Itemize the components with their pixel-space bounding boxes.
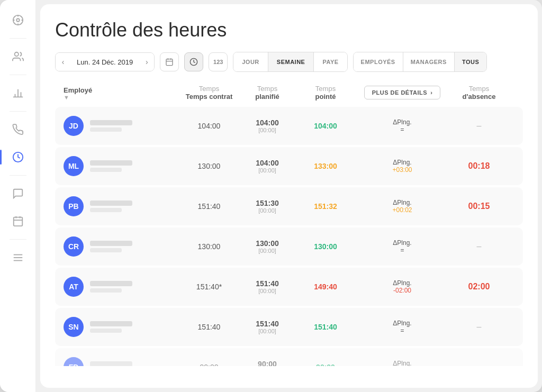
- pointe-cell: 151:40: [296, 323, 355, 331]
- prev-date-button[interactable]: ‹: [56, 52, 70, 71]
- sidebar-item-chart[interactable]: [6, 81, 30, 105]
- avatar: CR: [64, 236, 84, 257]
- absence-cell: 02:00: [450, 282, 508, 291]
- employee-name-blur: [90, 120, 132, 125]
- sidebar-divider-2: [10, 75, 26, 75]
- page-title: Contrôle des heures: [55, 19, 523, 41]
- next-date-button[interactable]: ›: [139, 52, 154, 71]
- tab-jour[interactable]: JOUR: [233, 52, 268, 71]
- employee-info: [90, 160, 132, 172]
- table-row: SN 151:40 151:40 [00:00] 151:40 ΔPlng.: [55, 308, 523, 346]
- employee-cell: ML: [64, 156, 180, 176]
- sidebar-divider-3: [10, 111, 26, 112]
- number-icon-label: 123: [213, 59, 223, 65]
- col-header-absence: Tempsd'absence: [450, 85, 508, 101]
- hours-table: Employé ▼ TempsTemps contrat Tempsplanif…: [55, 85, 523, 388]
- table-row: ML 130:00 104:00 [00:00] 133:00 ΔPlng.: [55, 147, 523, 185]
- avatar: PB: [64, 196, 84, 216]
- sidebar-item-dashboard[interactable]: [6, 8, 30, 32]
- contrat-cell: 151:40*: [180, 282, 238, 291]
- table-row: AT 151:40* 151:40 [00:00] 149:40 ΔPlng.: [55, 268, 523, 306]
- role-managers[interactable]: MANAGERS: [403, 52, 455, 71]
- svg-point-0: [13, 15, 22, 25]
- date-navigator: ‹ Lun. 24 Déc. 2019 ›: [55, 52, 155, 71]
- employee-info: [90, 241, 132, 252]
- table-row: JD 104:00 104:00 [00:00] 104:00 ΔPlng.: [55, 107, 523, 145]
- delta-cell: ΔPlng. +00:02: [355, 199, 450, 214]
- tab-paye[interactable]: PAYE: [314, 52, 347, 71]
- absence-cell: 00:18: [450, 161, 508, 171]
- delta-cell: ΔPlng. =: [355, 118, 450, 133]
- table-row: CR 130:00 130:00 [00:00] 130:00 ΔPlng.: [55, 227, 523, 266]
- planifie-cell: 90:00 [00:00]: [238, 360, 296, 366]
- calendar-icon-button[interactable]: [160, 52, 179, 71]
- sidebar-divider-4: [10, 175, 26, 176]
- planifie-cell: 104:00 [00:00]: [238, 159, 296, 174]
- main-content: Contrôle des heures ‹ Lun. 24 Déc. 2019 …: [40, 4, 538, 388]
- planifie-cell: 130:00 [00:00]: [238, 239, 296, 254]
- delta-cell: ΔPlng. =: [355, 320, 450, 334]
- col-header-employee: Employé ▼: [64, 85, 180, 101]
- contrat-cell: 104:00: [180, 122, 238, 130]
- contrat-cell: 151:40: [180, 323, 238, 331]
- avatar: AT: [64, 277, 84, 297]
- absence-cell: –: [450, 242, 508, 251]
- sidebar-divider-1: [10, 38, 26, 39]
- svg-point-6: [14, 52, 18, 56]
- employee-name-blur: [90, 281, 132, 286]
- sidebar-item-users[interactable]: [6, 45, 30, 68]
- contrat-cell: 151:40: [180, 202, 238, 211]
- employee-name-blur: [90, 200, 132, 206]
- employee-name-blur: [90, 361, 132, 366]
- avatar: FD: [64, 357, 84, 366]
- table-row: PB 151:40 151:30 [00:00] 151:32 ΔPlng.: [55, 187, 523, 225]
- delta-cell: ΔPlng. =: [355, 239, 450, 254]
- sidebar: [0, 0, 36, 392]
- table-row: FD 90:00 90:00 [00:00] 90:00 ΔPlng.: [55, 348, 523, 366]
- absence-cell: –: [450, 362, 508, 366]
- col-header-planifie: Tempsplanifié: [238, 85, 296, 101]
- planifie-cell: 151:40 [00:00]: [238, 320, 296, 334]
- pointe-cell: 90:00: [296, 363, 355, 366]
- avatar: JD: [64, 116, 84, 136]
- employee-cell: CR: [64, 236, 180, 257]
- employee-role-blur: [90, 248, 122, 252]
- sidebar-item-settings[interactable]: [6, 246, 30, 269]
- employee-name-blur: [90, 241, 132, 246]
- role-tous[interactable]: TOUS: [455, 52, 486, 71]
- tab-semaine[interactable]: SEMAINE: [268, 52, 314, 71]
- app-container: Contrôle des heures ‹ Lun. 24 Déc. 2019 …: [0, 0, 542, 392]
- sidebar-item-phone[interactable]: [6, 118, 30, 141]
- employee-cell: PB: [64, 196, 180, 216]
- sidebar-divider-5: [10, 239, 26, 240]
- pointe-cell: 151:32: [296, 202, 355, 211]
- employee-role-blur: [90, 127, 122, 132]
- clock-view-button[interactable]: [184, 52, 203, 71]
- svg-rect-12: [13, 217, 22, 226]
- sidebar-item-chat[interactable]: [6, 182, 30, 205]
- planifie-cell: 151:30 [00:00]: [238, 199, 296, 214]
- table-header: Employé ▼ TempsTemps contrat Tempsplanif…: [55, 85, 523, 107]
- period-tab-group: JOUR SEMAINE PAYE: [233, 52, 347, 72]
- pointe-cell: 133:00: [296, 162, 355, 170]
- employee-filter-icon[interactable]: ▼: [64, 94, 69, 101]
- employee-name-blur: [90, 160, 132, 166]
- role-tab-group: EMPLOYÉS MANAGERS TOUS: [353, 52, 487, 72]
- svg-point-1: [16, 19, 20, 22]
- details-button[interactable]: PLUS DE DÉTAILS ›: [364, 86, 441, 99]
- pointe-cell: 104:00: [296, 122, 355, 130]
- delta-cell: ΔPlng. +03:00: [355, 159, 450, 174]
- employee-info: [90, 361, 132, 366]
- delta-cell: ΔPlng. -02:00: [355, 279, 450, 294]
- employee-role-blur: [90, 288, 122, 293]
- sidebar-item-schedule[interactable]: [6, 209, 30, 233]
- sidebar-item-clock[interactable]: [6, 145, 30, 169]
- planifie-cell: 104:00 [00:00]: [238, 118, 296, 133]
- absence-cell: –: [450, 121, 508, 131]
- current-date-label: Lun. 24 Déc. 2019: [70, 58, 139, 66]
- role-employes[interactable]: EMPLOYÉS: [354, 52, 403, 71]
- number-view-button[interactable]: 123: [209, 52, 228, 71]
- avatar: ML: [64, 156, 84, 176]
- employee-cell: AT: [64, 277, 180, 297]
- absence-cell: –: [450, 322, 508, 332]
